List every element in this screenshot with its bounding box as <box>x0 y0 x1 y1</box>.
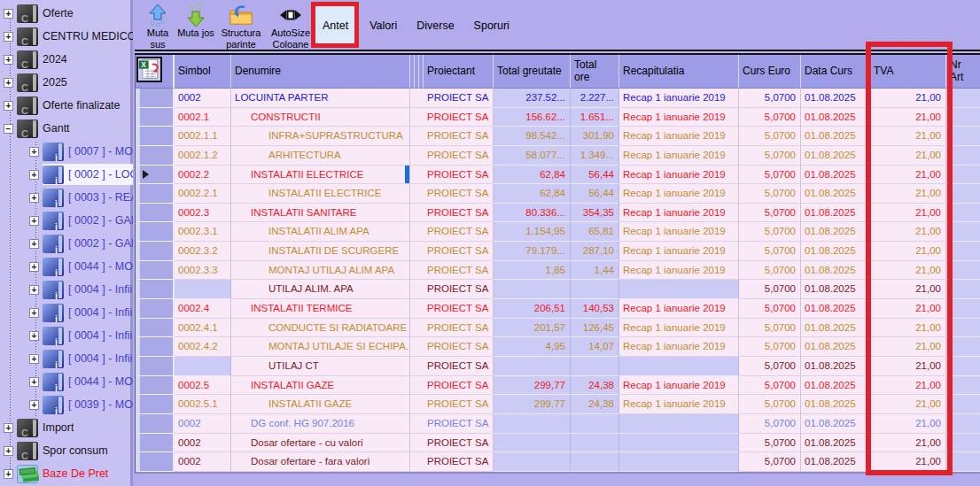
cell-recapitulatia[interactable] <box>619 357 739 376</box>
cell-proiectant[interactable]: PROIECT SA <box>424 337 494 357</box>
cell-data-curs[interactable]: 01.08.2025 <box>801 414 870 434</box>
autosize-coloane-button[interactable]: AutoSize Coloane <box>266 3 315 50</box>
cell-proiectant[interactable]: PROIECT SA <box>424 395 494 414</box>
expand-icon[interactable]: + <box>29 262 39 272</box>
row-indicator[interactable] <box>136 376 175 396</box>
sidebar-item-0004-infii[interactable]: +[ 0004 ] - Infii <box>0 301 133 324</box>
cell-denumire[interactable]: INSTALATII ALIM APA <box>231 222 410 242</box>
expand-icon[interactable]: + <box>29 147 39 157</box>
expand-icon[interactable]: + <box>4 9 13 19</box>
sidebar-item-0002-gan[interactable]: +[ 0002 ] - GAN <box>0 209 133 232</box>
cell-data-curs[interactable]: 01.08.2025 <box>801 280 870 299</box>
cell-curs-euro[interactable]: 5,0700 <box>739 146 801 166</box>
cell-denumire[interactable]: CONSTRUCTII <box>231 108 410 127</box>
cell-proiectant[interactable]: PROIECT SA <box>424 299 494 319</box>
cell-simbol[interactable]: 0002.5 <box>175 376 231 396</box>
cell-total-ore[interactable]: 126,45 <box>571 319 619 338</box>
cell-total-ore[interactable]: 1.651... <box>571 108 619 127</box>
cell-recapitulatia[interactable]: Recap 1 ianuarie 2019 <box>619 299 739 319</box>
cell-total-ore[interactable]: 140,53 <box>571 299 619 319</box>
cell-data-curs[interactable]: 01.08.2025 <box>801 299 870 319</box>
sidebar-item-0007-moi[interactable]: +[ 0007 ] - MOI <box>0 140 133 163</box>
cell-proiectant[interactable]: PROIECT SA <box>424 127 494 146</box>
sidebar-item-baze-de-pret[interactable]: +Baze De Pret <box>0 462 133 485</box>
cell-denumire[interactable]: INSTALATII TERMICE <box>231 299 410 319</box>
column-header-curs-euro[interactable]: Curs Euro <box>739 55 801 89</box>
tab-diverse[interactable]: Diverse <box>407 4 463 47</box>
sidebar-item-0002-locu[interactable]: +[ 0002 ] - LOCU <box>0 163 133 186</box>
sidebar-item-gantt[interactable]: −Gantt <box>0 117 133 140</box>
cell-denumire[interactable]: INSTALATII DE SCURGERE <box>231 242 410 261</box>
expand-icon[interactable]: + <box>29 239 39 249</box>
cell-recapitulatia[interactable]: Recap 1 ianuarie 2019 <box>619 242 739 261</box>
cell-data-curs[interactable]: 01.08.2025 <box>801 452 870 472</box>
sidebar-item-0002-gan[interactable]: +[ 0002 ] - GAN <box>0 232 133 255</box>
cell-total-ore[interactable]: 301,90 <box>571 127 619 146</box>
row-indicator[interactable] <box>136 222 175 242</box>
cell-total-ore[interactable]: 24,38 <box>571 376 619 396</box>
sidebar-item-0044-mod[interactable]: +[ 0044 ] - MOD <box>0 370 133 393</box>
row-indicator[interactable] <box>136 146 175 166</box>
row-indicator[interactable] <box>136 166 175 185</box>
cell-recapitulatia[interactable]: Recap 1 ianuarie 2019 <box>619 319 739 338</box>
row-indicator[interactable] <box>136 127 175 146</box>
cell-proiectant[interactable]: PROIECT SA <box>424 146 494 166</box>
sidebar-item-0044-mod[interactable]: +[ 0044 ] - MOD <box>0 255 133 278</box>
muta-sus-button[interactable]: Muta sus <box>138 3 177 50</box>
cell-total-greutate[interactable]: 156.62... <box>494 108 571 127</box>
expand-icon[interactable]: + <box>4 101 13 111</box>
cell-curs-euro[interactable]: 5,0700 <box>739 222 801 242</box>
cell-total-greutate[interactable] <box>494 414 571 434</box>
cell-denumire[interactable]: Dosar ofertare - fara valori <box>231 452 410 472</box>
row-indicator[interactable] <box>136 337 175 357</box>
cell-curs-euro[interactable]: 5,0700 <box>739 357 801 376</box>
cell-total-ore[interactable]: 14,07 <box>571 337 619 357</box>
cell-total-greutate[interactable] <box>494 452 571 472</box>
expand-icon[interactable]: + <box>29 170 39 180</box>
expand-icon[interactable]: + <box>4 32 13 42</box>
cell-denumire[interactable]: INSTALATII GAZE <box>231 376 410 396</box>
cell-data-curs[interactable]: 01.08.2025 <box>801 204 870 223</box>
cell-data-curs[interactable]: 01.08.2025 <box>801 127 870 146</box>
cell-total-greutate[interactable] <box>494 434 571 453</box>
expand-icon[interactable]: + <box>4 423 13 433</box>
cell-data-curs[interactable]: 01.08.2025 <box>801 319 870 338</box>
cell-simbol[interactable] <box>175 280 231 299</box>
cell-curs-euro[interactable]: 5,0700 <box>739 395 801 414</box>
cell-denumire[interactable]: INSTALATII GAZE <box>231 395 410 414</box>
cell-denumire[interactable]: UTILAJ ALIM. APA <box>231 280 410 299</box>
cell-simbol[interactable]: 0002 <box>175 89 231 108</box>
cell-proiectant[interactable]: PROIECT SA <box>424 376 494 396</box>
cell-total-greutate[interactable]: 79.179... <box>494 242 571 261</box>
cell-recapitulatia[interactable] <box>619 434 739 453</box>
cell-proiectant[interactable]: PROIECT SA <box>424 280 494 299</box>
cell-total-greutate[interactable]: 62,84 <box>494 166 571 185</box>
cell-total-greutate[interactable]: 80.336... <box>494 204 571 223</box>
row-indicator[interactable] <box>136 395 175 414</box>
column-header-denumire[interactable]: Denumire <box>231 55 410 89</box>
cell-denumire[interactable]: INSTALATII ELECTRICE <box>231 166 410 185</box>
cell-total-greutate[interactable]: 237.52... <box>494 89 571 108</box>
cell-curs-euro[interactable]: 5,0700 <box>739 319 801 338</box>
column-header-total-greutate[interactable]: Total greutate <box>494 55 571 89</box>
column-header-data-curs[interactable]: Data Curs <box>801 55 870 89</box>
cell-recapitulatia[interactable]: Recap 1 ianuarie 2019 <box>619 395 739 414</box>
cell-denumire[interactable]: INSTALATII SANITARE <box>231 204 410 223</box>
cell-curs-euro[interactable]: 5,0700 <box>739 108 801 127</box>
row-indicator[interactable] <box>136 299 175 319</box>
cell-data-curs[interactable]: 01.08.2025 <box>801 337 870 357</box>
cell-curs-euro[interactable]: 5,0700 <box>739 414 801 434</box>
row-indicator[interactable] <box>136 89 175 108</box>
sidebar-item-import[interactable]: +Import <box>0 416 133 439</box>
tab-sporuri[interactable]: Sporuri <box>464 4 519 47</box>
sidebar-item-2024[interactable]: +2024 <box>0 48 133 71</box>
cell-recapitulatia[interactable]: Recap 1 ianuarie 2019 <box>619 337 739 357</box>
cell-data-curs[interactable]: 01.08.2025 <box>801 108 870 127</box>
expand-icon[interactable]: + <box>29 354 39 364</box>
cell-denumire[interactable]: INFRA+SUPRASTRUCTURA <box>231 127 410 146</box>
row-indicator[interactable] <box>136 204 175 223</box>
cell-simbol[interactable]: 0002 <box>175 452 231 472</box>
cell-proiectant[interactable]: PROIECT SA <box>424 89 494 108</box>
cell-total-ore[interactable] <box>571 280 619 299</box>
cell-total-greutate[interactable]: 1,85 <box>494 261 571 281</box>
